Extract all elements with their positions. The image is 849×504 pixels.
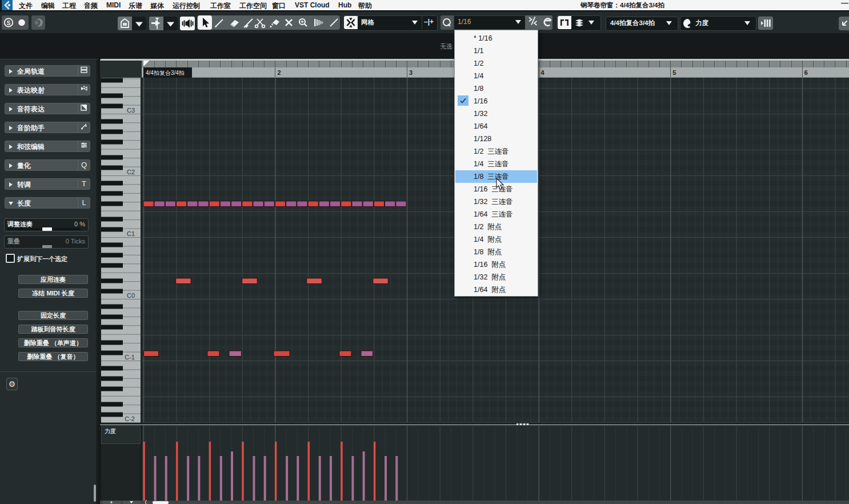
- svg-text:4/4拍复合3/4拍: 4/4拍复合3/4拍: [146, 70, 185, 76]
- svg-text:2: 2: [277, 69, 281, 76]
- svg-text:5: 5: [672, 69, 676, 76]
- svg-text:C-1: C-1: [125, 354, 135, 361]
- svg-text:4: 4: [541, 69, 545, 76]
- svg-text:C0: C0: [127, 292, 135, 299]
- svg-text:C2: C2: [127, 169, 135, 175]
- svg-text:3: 3: [409, 69, 413, 76]
- svg-text:6: 6: [804, 69, 808, 76]
- svg-text:C-2: C-2: [125, 415, 135, 422]
- svg-text:C1: C1: [127, 230, 135, 237]
- svg-text:C3: C3: [127, 107, 135, 114]
- svg-text:S: S: [7, 20, 11, 26]
